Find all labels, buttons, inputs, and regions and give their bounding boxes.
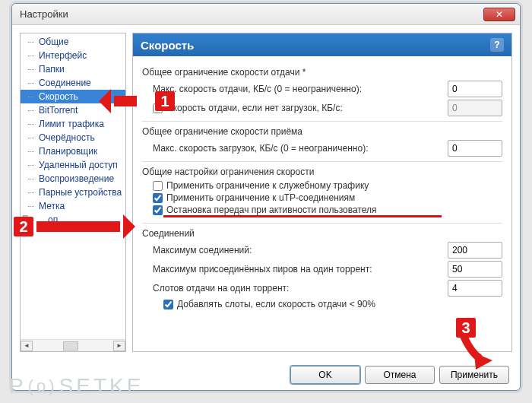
sidebar-item-queue[interactable]: Очерёдность — [21, 131, 125, 144]
add-slots-checkbox[interactable] — [163, 300, 173, 309]
close-button[interactable]: ✕ — [483, 8, 515, 21]
sidebar-item-speed[interactable]: Скорость — [21, 90, 125, 103]
add-slots-label: Добавлять слоты, если скорость отдачи < … — [177, 299, 375, 309]
upload-slots-label: Слотов отдачи на один торрент: — [142, 283, 448, 294]
sidebar-item-interface[interactable]: Интерфейс — [21, 49, 125, 62]
speed-panel: Скорость ? Общее ограничение скорости от… — [132, 33, 512, 352]
apply-overhead-checkbox[interactable] — [153, 181, 163, 191]
apply-button[interactable]: Применить — [439, 366, 509, 384]
upload-max-label: Макс. скорость отдачи, КБ/с (0 = неогран… — [142, 84, 448, 94]
scroll-left-icon[interactable]: ◄ — [21, 341, 33, 351]
global-rate-heading: Общие настройки ограничения скорости — [142, 167, 502, 177]
download-max-label: Макс. скорость загрузок, КБ/с (0 = неогр… — [142, 143, 448, 154]
sidebar-scrollbar[interactable]: ◄ ► — [21, 339, 125, 351]
max-peers-label: Максимум присоединённых пиров на один то… — [142, 264, 448, 274]
panel-header: Скорость ? — [133, 33, 511, 56]
sidebar-item-general[interactable]: Общие — [21, 35, 125, 49]
max-conn-input[interactable] — [448, 242, 502, 259]
upload-alt-label: Скорость отдачи, если нет загрузок, КБ/с… — [166, 103, 343, 113]
sidebar-item-folders[interactable]: Папки — [21, 62, 125, 76]
upload-max-input[interactable] — [448, 81, 502, 97]
scroll-right-icon[interactable]: ► — [113, 341, 125, 351]
help-icon[interactable]: ? — [490, 38, 504, 52]
upload-alt-checkbox[interactable] — [153, 103, 163, 113]
close-icon: ✕ — [496, 9, 503, 20]
sidebar-item-playback[interactable]: Воспроизведение — [21, 172, 125, 186]
apply-utp-checkbox[interactable] — [153, 193, 163, 203]
connections-heading: Соединений — [142, 228, 502, 239]
sidebar-item-bittorrent[interactable]: BitTorrent — [21, 103, 125, 117]
window-title: Настройки — [20, 8, 483, 20]
sidebar-item-traffic-limit[interactable]: Лимит трафика — [21, 117, 125, 131]
download-heading: Общее ограничение скорости приёма — [142, 126, 502, 137]
upload-alt-input — [448, 100, 502, 116]
stop-on-user-activity-label: Остановка передач при активности пользов… — [166, 205, 377, 215]
upload-slots-input[interactable] — [448, 280, 502, 297]
scroll-track[interactable] — [33, 341, 113, 351]
ok-button[interactable]: OK — [290, 366, 360, 384]
titlebar: Настройки ✕ — [12, 4, 520, 25]
max-peers-input[interactable] — [448, 261, 502, 278]
apply-overhead-label: Применить ограничение к служебному трафи… — [166, 180, 369, 191]
sidebar-item-connection[interactable]: Соединение — [21, 76, 125, 90]
max-conn-label: Максимум соединений: — [142, 245, 448, 255]
scroll-thumb[interactable] — [63, 341, 78, 351]
settings-tree: Общие Интерфейс Папки Соединение Скорост… — [21, 33, 125, 339]
apply-utp-label: Применить ограничение к uTP-соединениям — [166, 192, 355, 203]
download-max-input[interactable] — [448, 140, 502, 157]
upload-heading: Общее ограничение скорости отдачи * — [142, 67, 502, 78]
sidebar-item-advanced[interactable]: …оп — [21, 213, 125, 227]
settings-sidebar: Общие Интерфейс Папки Соединение Скорост… — [20, 33, 126, 352]
sidebar-item-label[interactable]: Метка — [21, 199, 125, 213]
sidebar-item-remote[interactable]: Удаленный доступ — [21, 158, 125, 172]
cancel-button[interactable]: Отмена — [365, 366, 435, 384]
watermark: P (o) SETKE — [9, 374, 144, 398]
panel-title: Скорость — [141, 39, 194, 52]
stop-on-user-activity-checkbox[interactable] — [153, 205, 163, 215]
sidebar-item-scheduler[interactable]: Планировщик — [21, 144, 125, 158]
sidebar-item-paired-devices[interactable]: Парные устройства — [21, 186, 125, 199]
